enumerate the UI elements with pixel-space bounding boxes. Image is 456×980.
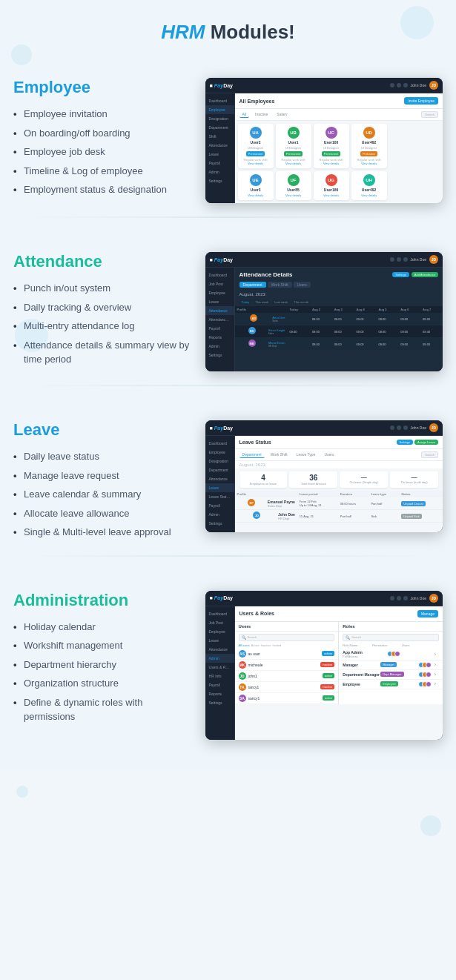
mock-invite-btn[interactable]: Invite Employee: [404, 97, 438, 105]
sidebar-item[interactable]: Designation: [205, 114, 234, 123]
sidebar-item[interactable]: Shift: [205, 132, 234, 141]
sidebar-item[interactable]: Dashboard: [205, 609, 234, 618]
filter-active[interactable]: Active: [251, 643, 260, 647]
sidebar-item[interactable]: Settings: [205, 351, 234, 360]
sidebar-item[interactable]: Admin: [205, 510, 234, 519]
emp-avatar: UA: [250, 127, 262, 139]
sidebar-item[interactable]: Attendance: [205, 645, 234, 654]
emp-link[interactable]: View details: [241, 162, 271, 165]
sidebar-item[interactable]: Dashboard: [205, 96, 234, 105]
role-row: Manager Manager: [339, 660, 443, 670]
sidebar-item[interactable]: Admin: [205, 342, 234, 351]
time-tab[interactable]: This week: [253, 299, 271, 305]
sidebar-item[interactable]: Dashboard: [205, 439, 234, 448]
att-tab[interactable]: Department: [239, 282, 266, 288]
sidebar-item[interactable]: Employee: [205, 288, 234, 297]
user-row: TA tancy1 inactive: [235, 682, 339, 693]
emp-link[interactable]: View details: [317, 162, 346, 165]
leave-filter-tab[interactable]: Department: [239, 451, 265, 458]
sidebar-item[interactable]: Reports: [205, 333, 234, 342]
sidebar-item[interactable]: Leave: [205, 636, 234, 645]
emp-link[interactable]: View details: [317, 193, 346, 197]
time-tab[interactable]: Today: [239, 299, 252, 305]
leave-settings-btn[interactable]: Settings: [397, 440, 413, 445]
role-action[interactable]: ›: [432, 662, 439, 667]
sidebar-item[interactable]: Leave: [205, 150, 234, 159]
sidebar-item[interactable]: Employee: [205, 448, 234, 457]
role-users-avatars: [418, 662, 432, 668]
emp-link[interactable]: View details: [354, 193, 384, 197]
mock-icons-leave: [390, 426, 408, 430]
leave-filter-tab[interactable]: Work Shift: [268, 451, 291, 458]
sidebar-item[interactable]: Settings: [205, 176, 234, 185]
leave-search[interactable]: Search: [421, 451, 438, 458]
sidebar-item[interactable]: Attendance Details: [205, 315, 234, 324]
users-search[interactable]: 🔍 Search: [239, 634, 335, 641]
sidebar-item[interactable]: Attendance: [205, 141, 234, 150]
admin-text: Administration Holiday calendar Workshif…: [13, 591, 196, 726]
sidebar-item[interactable]: Attendance: [205, 474, 234, 483]
sidebar-item-leave[interactable]: Leave: [205, 483, 234, 492]
sidebar-item-employee[interactable]: Employee: [205, 105, 234, 114]
filter-tab-inactive[interactable]: Inactive: [252, 111, 271, 118]
leave-status: Unpaid Sick: [399, 510, 443, 523]
table-row: MB Maria Brown HR Dept 09:00: [235, 338, 443, 351]
sidebar-item[interactable]: Payroll: [205, 159, 234, 168]
emp-link[interactable]: View details: [279, 193, 308, 197]
leave-filter-tab[interactable]: Leave Type: [294, 451, 319, 458]
sidebar-item[interactable]: Designation: [205, 457, 234, 466]
att-tab[interactable]: Work Shift: [268, 282, 292, 288]
att-tab[interactable]: Users: [294, 282, 311, 288]
sidebar-item[interactable]: Users & Roles: [205, 663, 234, 672]
sidebar-item[interactable]: Payroll: [205, 324, 234, 333]
sidebar-item[interactable]: Department: [205, 466, 234, 474]
sidebar-item[interactable]: Payroll: [205, 681, 234, 689]
mock-filters: All Inactive Salary Search: [235, 109, 443, 121]
search-area: Search: [421, 111, 438, 118]
emp-link[interactable]: View details: [279, 162, 308, 165]
search-box[interactable]: Search: [421, 111, 438, 118]
mock-brand-admin: ■ PayDay: [210, 595, 234, 600]
sidebar-item[interactable]: Admin: [205, 168, 234, 176]
bullet-item: Single & Multi-level leave approval: [13, 523, 196, 542]
bullet-item: Define & dynamic roles with permissions: [13, 693, 196, 726]
icon-dot: [403, 426, 408, 430]
roles-search[interactable]: 🔍 Search: [343, 634, 439, 641]
filter-all[interactable]: All users: [239, 643, 250, 647]
sidebar-item[interactable]: Job Post: [205, 279, 234, 288]
role-action[interactable]: ›: [432, 672, 439, 677]
sidebar-item[interactable]: Leave: [205, 297, 234, 306]
sidebar-item[interactable]: Leave Status: [205, 492, 234, 501]
role-th: Role Name: [343, 643, 371, 647]
filter-tab-all[interactable]: All: [239, 111, 250, 118]
att-add-btn[interactable]: Add Attendance: [412, 272, 438, 277]
sidebar-item[interactable]: Reports: [205, 689, 234, 698]
user-badge: admin: [322, 651, 334, 656]
leave-avatar: EP: [248, 499, 255, 506]
sidebar-item[interactable]: Payroll: [205, 501, 234, 510]
filter-invited[interactable]: Invited: [273, 643, 282, 647]
sidebar-item[interactable]: HR Info: [205, 672, 234, 681]
emp-link[interactable]: View details: [241, 193, 271, 197]
sidebar-item-attendance[interactable]: Attendance: [205, 306, 234, 315]
sidebar-item-admin[interactable]: Admin: [205, 654, 234, 663]
roles-panel: Roles 🔍 Search Role Name Permission User…: [339, 622, 443, 704]
sidebar-item[interactable]: Dashboard: [205, 271, 234, 279]
role-action[interactable]: ›: [432, 652, 439, 657]
time-tab[interactable]: Last week: [272, 299, 290, 305]
role-action[interactable]: ›: [432, 681, 439, 686]
sidebar-item[interactable]: Employee: [205, 627, 234, 636]
sidebar-item[interactable]: Department: [205, 123, 234, 132]
att-settings-btn[interactable]: Settings: [392, 272, 409, 277]
leave-assign-btn[interactable]: Assign Leave: [414, 440, 438, 445]
sidebar-item[interactable]: Settings: [205, 698, 234, 707]
filter-tab-salary[interactable]: Salary: [274, 111, 290, 118]
emp-link[interactable]: View details: [354, 162, 384, 165]
leave-filter-tab[interactable]: Users: [321, 451, 337, 458]
filter-inactive[interactable]: Inactive: [261, 643, 271, 647]
emp-name: User1: [279, 140, 308, 145]
sidebar-item[interactable]: Job Post: [205, 618, 234, 627]
sidebar-item[interactable]: Settings: [205, 519, 234, 528]
admin-manage-btn[interactable]: Manage: [417, 610, 438, 618]
time-tab[interactable]: This month: [291, 299, 311, 305]
